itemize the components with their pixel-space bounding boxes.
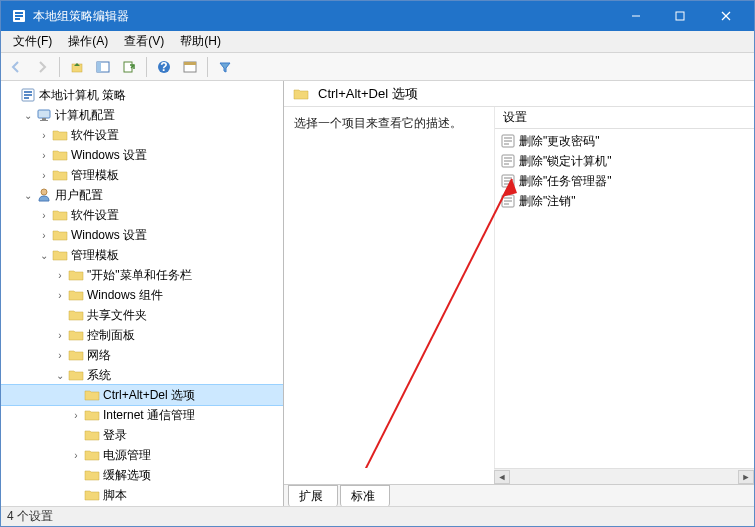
menu-help[interactable]: 帮助(H)	[172, 31, 229, 52]
toolbar-separator	[59, 57, 60, 77]
svg-rect-1	[15, 12, 23, 14]
chevron-down-icon[interactable]: ⌄	[21, 190, 35, 201]
maximize-button[interactable]	[658, 1, 702, 31]
tree-node-mitigation[interactable]: ›缓解选项	[1, 465, 283, 485]
setting-item[interactable]: 删除"任务管理器"	[495, 171, 754, 191]
tree-node-login[interactable]: ›登录	[1, 425, 283, 445]
back-button[interactable]	[5, 56, 27, 78]
chevron-right-icon[interactable]: ›	[37, 170, 51, 181]
tree-node-computer[interactable]: ⌄计算机配置	[1, 105, 283, 125]
chevron-right-icon[interactable]: ›	[53, 330, 67, 341]
tree-label: 系统	[87, 367, 111, 384]
chevron-right-icon[interactable]: ›	[53, 270, 67, 281]
menu-view[interactable]: 查看(V)	[116, 31, 172, 52]
chevron-right-icon[interactable]: ›	[37, 150, 51, 161]
content-pane: Ctrl+Alt+Del 选项 选择一个项目来查看它的描述。 设置 删除"更改密…	[284, 81, 754, 506]
tree-label: 共享文件夹	[87, 307, 147, 324]
tree-node-system[interactable]: ⌄系统	[1, 365, 283, 385]
tree-node-comp_software[interactable]: ›软件设置	[1, 125, 283, 145]
svg-rect-10	[97, 62, 101, 72]
tree-node-shared_folders[interactable]: ›共享文件夹	[1, 305, 283, 325]
tree-label: 管理模板	[71, 167, 119, 184]
folder-icon	[293, 86, 309, 102]
tree-label: 电源管理	[103, 447, 151, 464]
export-list-button[interactable]	[118, 56, 140, 78]
folder-icon	[36, 187, 52, 203]
tree-node-network[interactable]: ›网络	[1, 345, 283, 365]
tree-label: 网络	[87, 347, 111, 364]
horizontal-scrollbar[interactable]: ◄ ►	[494, 468, 754, 484]
chevron-down-icon[interactable]: ⌄	[53, 370, 67, 381]
chevron-right-icon[interactable]: ›	[69, 450, 83, 461]
settings-list: 设置 删除"更改密码"删除"锁定计算机"删除"任务管理器"删除"注销"	[494, 107, 754, 468]
tree-label: 脚本	[103, 487, 127, 504]
tree-node-start_taskbar[interactable]: ›"开始"菜单和任务栏	[1, 265, 283, 285]
chevron-down-icon[interactable]: ⌄	[21, 110, 35, 121]
setting-item[interactable]: 删除"锁定计算机"	[495, 151, 754, 171]
scroll-left-button[interactable]: ◄	[494, 470, 510, 484]
tree-node-user[interactable]: ⌄用户配置	[1, 185, 283, 205]
svg-rect-3	[15, 18, 20, 20]
description-text: 选择一个项目来查看它的描述。	[294, 116, 462, 130]
tree-label: Windows 设置	[71, 227, 147, 244]
setting-label: 删除"更改密码"	[519, 133, 600, 150]
svg-rect-5	[676, 12, 684, 20]
forward-button[interactable]	[31, 56, 53, 78]
tab-extended[interactable]: 扩展	[288, 485, 338, 506]
menu-file[interactable]: 文件(F)	[5, 31, 60, 52]
tree-node-ctrl_alt_del[interactable]: ›Ctrl+Alt+Del 选项	[1, 385, 283, 405]
tree-node-user_software[interactable]: ›软件设置	[1, 205, 283, 225]
tree-node-comp_templates[interactable]: ›管理模板	[1, 165, 283, 185]
tree-node-comp_windows[interactable]: ›Windows 设置	[1, 145, 283, 165]
chevron-right-icon[interactable]: ›	[37, 230, 51, 241]
svg-rect-17	[24, 91, 32, 93]
svg-rect-21	[42, 118, 46, 120]
help-button[interactable]: ?	[153, 56, 175, 78]
chevron-right-icon[interactable]: ›	[37, 130, 51, 141]
tree-label: 控制面板	[87, 327, 135, 344]
folder-icon	[68, 267, 84, 283]
tree-label: 软件设置	[71, 207, 119, 224]
close-button[interactable]	[702, 1, 750, 31]
folder-icon	[68, 347, 84, 363]
folder-icon	[68, 367, 84, 383]
filter-button[interactable]	[214, 56, 236, 78]
folder-icon	[84, 427, 100, 443]
scroll-right-button[interactable]: ►	[738, 470, 754, 484]
toolbar-separator	[146, 57, 147, 77]
toolbar-separator	[207, 57, 208, 77]
svg-rect-11	[124, 62, 132, 72]
tree-node-root[interactable]: ›本地计算机 策略	[1, 85, 283, 105]
tree-node-control_panel[interactable]: ›控制面板	[1, 325, 283, 345]
tree-pane[interactable]: ›本地计算机 策略⌄计算机配置›软件设置›Windows 设置›管理模板⌄用户配…	[1, 81, 284, 506]
column-header-setting[interactable]: 设置	[495, 107, 754, 129]
tree-node-win_components[interactable]: ›Windows 组件	[1, 285, 283, 305]
properties-button[interactable]	[179, 56, 201, 78]
chevron-down-icon[interactable]: ⌄	[37, 250, 51, 261]
folder-icon	[52, 227, 68, 243]
tree-node-user_templates[interactable]: ⌄管理模板	[1, 245, 283, 265]
chevron-right-icon[interactable]: ›	[53, 290, 67, 301]
chevron-right-icon[interactable]: ›	[53, 350, 67, 361]
tree-node-internet_mgmt[interactable]: ›Internet 通信管理	[1, 405, 283, 425]
chevron-right-icon[interactable]: ›	[69, 410, 83, 421]
tree-node-user_windows[interactable]: ›Windows 设置	[1, 225, 283, 245]
chevron-right-icon[interactable]: ›	[37, 210, 51, 221]
tree-node-scripts[interactable]: ›脚本	[1, 485, 283, 505]
setting-item[interactable]: 删除"注销"	[495, 191, 754, 211]
up-button[interactable]	[66, 56, 88, 78]
tab-standard[interactable]: 标准	[340, 485, 390, 506]
minimize-button[interactable]	[614, 1, 658, 31]
tree-label: 软件设置	[71, 127, 119, 144]
svg-rect-18	[24, 94, 32, 96]
status-text: 4 个设置	[7, 508, 53, 525]
folder-icon	[52, 167, 68, 183]
show-hide-tree-button[interactable]	[92, 56, 114, 78]
setting-item[interactable]: 删除"更改密码"	[495, 131, 754, 151]
menu-action[interactable]: 操作(A)	[60, 31, 116, 52]
folder-icon	[20, 87, 36, 103]
tree-label: Ctrl+Alt+Del 选项	[103, 387, 195, 404]
tree-node-power_mgmt[interactable]: ›电源管理	[1, 445, 283, 465]
folder-icon	[68, 287, 84, 303]
window-title: 本地组策略编辑器	[33, 8, 614, 25]
